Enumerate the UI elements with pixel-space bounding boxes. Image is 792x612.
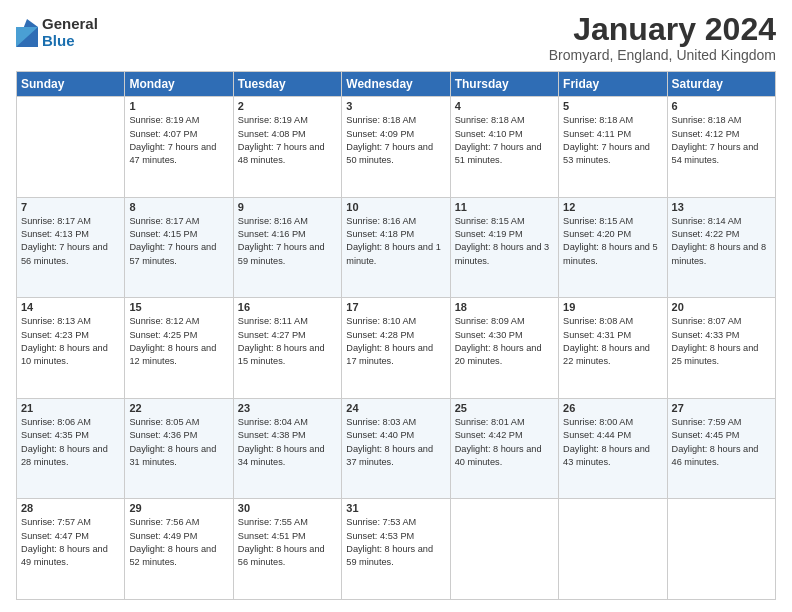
day-info: Sunrise: 8:17 AMSunset: 4:13 PMDaylight:… [21,215,120,268]
day-info: Sunrise: 8:18 AMSunset: 4:11 PMDaylight:… [563,114,662,167]
day-number: 3 [346,100,445,112]
day-info: Sunrise: 8:16 AMSunset: 4:16 PMDaylight:… [238,215,337,268]
table-row: 19 Sunrise: 8:08 AMSunset: 4:31 PMDaylig… [559,298,667,399]
day-info: Sunrise: 8:09 AMSunset: 4:30 PMDaylight:… [455,315,554,368]
table-row: 30 Sunrise: 7:55 AMSunset: 4:51 PMDaylig… [233,499,341,600]
table-row: 7 Sunrise: 8:17 AMSunset: 4:13 PMDayligh… [17,197,125,298]
day-info: Sunrise: 8:03 AMSunset: 4:40 PMDaylight:… [346,416,445,469]
day-info: Sunrise: 7:53 AMSunset: 4:53 PMDaylight:… [346,516,445,569]
table-row: 28 Sunrise: 7:57 AMSunset: 4:47 PMDaylig… [17,499,125,600]
day-number: 22 [129,402,228,414]
logo-general: General [42,16,98,33]
day-info: Sunrise: 8:00 AMSunset: 4:44 PMDaylight:… [563,416,662,469]
day-info: Sunrise: 8:18 AMSunset: 4:09 PMDaylight:… [346,114,445,167]
day-number: 14 [21,301,120,313]
day-info: Sunrise: 7:59 AMSunset: 4:45 PMDaylight:… [672,416,771,469]
day-number: 7 [21,201,120,213]
day-number: 4 [455,100,554,112]
day-number: 5 [563,100,662,112]
col-wednesday: Wednesday [342,72,450,97]
day-info: Sunrise: 7:56 AMSunset: 4:49 PMDaylight:… [129,516,228,569]
day-number: 21 [21,402,120,414]
day-number: 23 [238,402,337,414]
day-info: Sunrise: 7:57 AMSunset: 4:47 PMDaylight:… [21,516,120,569]
table-row: 23 Sunrise: 8:04 AMSunset: 4:38 PMDaylig… [233,398,341,499]
col-sunday: Sunday [17,72,125,97]
day-number: 27 [672,402,771,414]
logo-text: General Blue [42,16,98,49]
day-number: 25 [455,402,554,414]
day-info: Sunrise: 8:11 AMSunset: 4:27 PMDaylight:… [238,315,337,368]
day-number: 19 [563,301,662,313]
table-row: 5 Sunrise: 8:18 AMSunset: 4:11 PMDayligh… [559,97,667,198]
table-row: 3 Sunrise: 8:18 AMSunset: 4:09 PMDayligh… [342,97,450,198]
table-row [559,499,667,600]
day-number: 12 [563,201,662,213]
table-row: 31 Sunrise: 7:53 AMSunset: 4:53 PMDaylig… [342,499,450,600]
col-monday: Monday [125,72,233,97]
col-friday: Friday [559,72,667,97]
day-info: Sunrise: 8:01 AMSunset: 4:42 PMDaylight:… [455,416,554,469]
table-row: 25 Sunrise: 8:01 AMSunset: 4:42 PMDaylig… [450,398,558,499]
day-info: Sunrise: 8:19 AMSunset: 4:07 PMDaylight:… [129,114,228,167]
logo-blue: Blue [42,33,98,50]
calendar-header-row: Sunday Monday Tuesday Wednesday Thursday… [17,72,776,97]
table-row: 2 Sunrise: 8:19 AMSunset: 4:08 PMDayligh… [233,97,341,198]
table-row: 10 Sunrise: 8:16 AMSunset: 4:18 PMDaylig… [342,197,450,298]
day-number: 18 [455,301,554,313]
location: Bromyard, England, United Kingdom [549,47,776,63]
table-row: 17 Sunrise: 8:10 AMSunset: 4:28 PMDaylig… [342,298,450,399]
page: General Blue January 2024 Bromyard, Engl… [0,0,792,612]
table-row: 26 Sunrise: 8:00 AMSunset: 4:44 PMDaylig… [559,398,667,499]
table-row: 4 Sunrise: 8:18 AMSunset: 4:10 PMDayligh… [450,97,558,198]
col-saturday: Saturday [667,72,775,97]
day-number: 20 [672,301,771,313]
day-info: Sunrise: 8:08 AMSunset: 4:31 PMDaylight:… [563,315,662,368]
logo-icon [16,19,38,47]
table-row [667,499,775,600]
title-block: January 2024 Bromyard, England, United K… [549,12,776,63]
day-info: Sunrise: 8:15 AMSunset: 4:19 PMDaylight:… [455,215,554,268]
day-info: Sunrise: 8:12 AMSunset: 4:25 PMDaylight:… [129,315,228,368]
table-row: 24 Sunrise: 8:03 AMSunset: 4:40 PMDaylig… [342,398,450,499]
table-row: 6 Sunrise: 8:18 AMSunset: 4:12 PMDayligh… [667,97,775,198]
table-row: 15 Sunrise: 8:12 AMSunset: 4:25 PMDaylig… [125,298,233,399]
table-row: 27 Sunrise: 7:59 AMSunset: 4:45 PMDaylig… [667,398,775,499]
table-row: 11 Sunrise: 8:15 AMSunset: 4:19 PMDaylig… [450,197,558,298]
day-number: 2 [238,100,337,112]
day-info: Sunrise: 8:19 AMSunset: 4:08 PMDaylight:… [238,114,337,167]
calendar-table: Sunday Monday Tuesday Wednesday Thursday… [16,71,776,600]
month-title: January 2024 [549,12,776,47]
logo: General Blue [16,16,98,49]
table-row: 20 Sunrise: 8:07 AMSunset: 4:33 PMDaylig… [667,298,775,399]
day-number: 31 [346,502,445,514]
table-row: 9 Sunrise: 8:16 AMSunset: 4:16 PMDayligh… [233,197,341,298]
day-info: Sunrise: 8:06 AMSunset: 4:35 PMDaylight:… [21,416,120,469]
day-number: 8 [129,201,228,213]
day-number: 28 [21,502,120,514]
day-info: Sunrise: 8:15 AMSunset: 4:20 PMDaylight:… [563,215,662,268]
day-number: 9 [238,201,337,213]
day-number: 13 [672,201,771,213]
day-number: 29 [129,502,228,514]
table-row: 18 Sunrise: 8:09 AMSunset: 4:30 PMDaylig… [450,298,558,399]
day-info: Sunrise: 8:13 AMSunset: 4:23 PMDaylight:… [21,315,120,368]
day-info: Sunrise: 8:05 AMSunset: 4:36 PMDaylight:… [129,416,228,469]
day-info: Sunrise: 7:55 AMSunset: 4:51 PMDaylight:… [238,516,337,569]
day-number: 1 [129,100,228,112]
day-number: 17 [346,301,445,313]
table-row: 29 Sunrise: 7:56 AMSunset: 4:49 PMDaylig… [125,499,233,600]
day-info: Sunrise: 8:07 AMSunset: 4:33 PMDaylight:… [672,315,771,368]
table-row: 14 Sunrise: 8:13 AMSunset: 4:23 PMDaylig… [17,298,125,399]
table-row [17,97,125,198]
day-number: 6 [672,100,771,112]
day-number: 16 [238,301,337,313]
header: General Blue January 2024 Bromyard, Engl… [16,12,776,63]
day-info: Sunrise: 8:14 AMSunset: 4:22 PMDaylight:… [672,215,771,268]
table-row: 12 Sunrise: 8:15 AMSunset: 4:20 PMDaylig… [559,197,667,298]
day-info: Sunrise: 8:17 AMSunset: 4:15 PMDaylight:… [129,215,228,268]
day-info: Sunrise: 8:04 AMSunset: 4:38 PMDaylight:… [238,416,337,469]
day-number: 26 [563,402,662,414]
table-row [450,499,558,600]
day-info: Sunrise: 8:10 AMSunset: 4:28 PMDaylight:… [346,315,445,368]
